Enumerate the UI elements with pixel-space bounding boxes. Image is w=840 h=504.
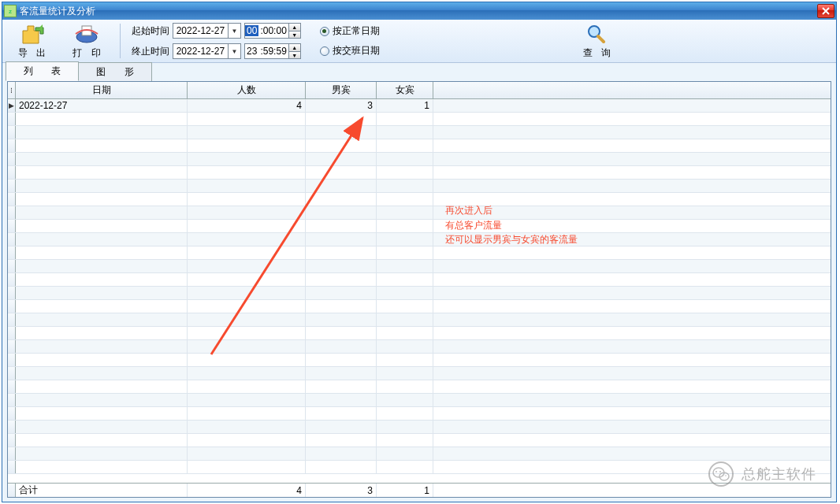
annotation-line3: 还可以显示男宾与女宾的客流量 [445,232,578,247]
table-row-empty [8,354,831,367]
table-row-empty [8,421,831,434]
print-label: 打 印 [69,46,103,60]
radio-shift-label: 按交班日期 [333,44,380,57]
end-date-value: 2022-12-27 [173,46,228,57]
table-row-empty [8,139,831,153]
wechat-icon [708,461,734,487]
table-row-empty [8,461,831,474]
table-row-empty [8,180,831,193]
table-row-empty [8,126,831,139]
svg-point-8 [722,475,723,476]
footer-selector [8,484,16,497]
export-label: 导 出 [15,46,49,60]
table-row-empty [8,300,831,313]
grid-footer: 合计 4 3 1 [8,483,831,497]
tab-strip: 列 表 图 形 [2,63,836,80]
start-time-rest: :00:00 [258,25,288,36]
end-hour-value: 23 [245,46,258,57]
cell-count: 4 [188,99,306,112]
svg-point-9 [725,475,727,476]
table-row-empty [8,327,831,340]
radio-normal-label: 按正常日期 [333,24,380,38]
table-row-empty [8,153,831,166]
window-title: 客流量统计及分析 [20,5,817,18]
svg-point-7 [719,471,721,472]
search-icon [584,22,609,46]
table-row-empty [8,407,831,421]
table-row-empty [8,260,831,273]
app-icon: z [4,5,17,17]
start-hour-value: 00 [245,25,258,36]
col-count[interactable]: 人数 [188,82,306,98]
end-time-label: 终止时间 [132,45,169,58]
table-row-empty [8,233,831,246]
cell-date: 2022-12-27 [16,99,188,112]
spinner-buttons[interactable]: ▲▼ [288,44,300,58]
table-row-empty [8,367,831,380]
grid-header: ⁞ 日期 人数 男宾 女宾 [8,82,831,99]
titlebar: z 客流量统计及分析 [2,2,836,20]
table-row-empty [8,166,831,180]
cell-female: 1 [377,99,433,112]
main-window: z 客流量统计及分析 导 出 打 印 起始时间 2022-12-27 [2,2,837,502]
radio-shift-date[interactable]: 按交班日期 [320,44,380,57]
end-time-row: 终止时间 2022-12-27 23 :59:59 ▲▼ [132,43,301,59]
start-date-picker[interactable]: 2022-12-27 [173,23,241,39]
export-button[interactable]: 导 出 [10,20,54,61]
close-icon [822,7,830,15]
cell-male: 3 [306,99,377,112]
grid-body[interactable]: ▶2022-12-27431 [8,99,831,483]
query-label: 查 询 [580,46,614,60]
date-mode-radios: 按正常日期 按交班日期 [320,24,380,57]
svg-point-6 [715,471,717,472]
close-button[interactable] [817,4,834,18]
start-time-spinner[interactable]: 00 :00:00 ▲▼ [244,23,301,39]
radio-icon [320,27,329,36]
end-time-spinner[interactable]: 23 :59:59 ▲▼ [244,43,301,59]
table-row-empty [8,193,831,206]
end-time-rest: :59:59 [258,46,288,57]
col-male[interactable]: 男宾 [306,82,377,98]
watermark: 总舵主软件 [708,461,816,487]
chevron-down-icon [228,24,240,38]
table-row-empty [8,447,831,461]
toolbar: 导 出 打 印 起始时间 2022-12-27 00 :00:00 ▲▼ [2,20,836,63]
annotation-text: 再次进入后 有总客户流量 还可以显示男宾与女宾的客流量 [445,203,578,247]
table-row-empty [8,246,831,260]
print-button[interactable]: 打 印 [65,20,108,61]
col-date[interactable]: 日期 [16,82,188,98]
tab-list[interactable]: 列 表 [6,61,79,81]
query-button[interactable]: 查 询 [575,20,619,61]
table-row-empty [8,287,831,300]
annotation-line1: 再次进入后 [445,203,578,218]
table-row-empty [8,113,831,126]
export-icon [20,22,45,46]
radio-normal-date[interactable]: 按正常日期 [320,24,380,38]
table-row-empty [8,434,831,447]
start-time-row: 起始时间 2022-12-27 00 :00:00 ▲▼ [132,23,301,39]
radio-icon [320,46,329,56]
annotation-line2: 有总客户流量 [445,218,578,233]
footer-female: 1 [377,484,433,497]
table-row-empty [8,313,831,327]
col-female[interactable]: 女宾 [377,82,433,98]
start-time-label: 起始时间 [132,24,169,38]
watermark-text: 总舵主软件 [742,465,816,484]
table-row[interactable]: ▶2022-12-27431 [8,99,831,113]
data-grid: ⁞ 日期 人数 男宾 女宾 ▶2022-12-27431 合计 4 3 1 [8,82,831,497]
toolbar-separator [120,24,121,58]
table-row-empty [8,273,831,287]
table-row-empty [8,206,831,220]
content-panel: ⁞ 日期 人数 男宾 女宾 ▶2022-12-27431 合计 4 3 1 [7,81,831,498]
table-row-empty [8,394,831,407]
row-marker: ▶ [8,99,16,112]
time-range-block: 起始时间 2022-12-27 00 :00:00 ▲▼ 终止时间 2022-1… [132,23,301,59]
start-date-value: 2022-12-27 [173,25,228,36]
table-row-empty [8,380,831,394]
tab-chart[interactable]: 图 形 [78,62,151,81]
footer-count: 4 [188,484,306,497]
chevron-down-icon [228,44,240,58]
spinner-buttons[interactable]: ▲▼ [288,24,300,38]
end-date-picker[interactable]: 2022-12-27 [173,43,241,59]
table-row-empty [8,220,831,233]
